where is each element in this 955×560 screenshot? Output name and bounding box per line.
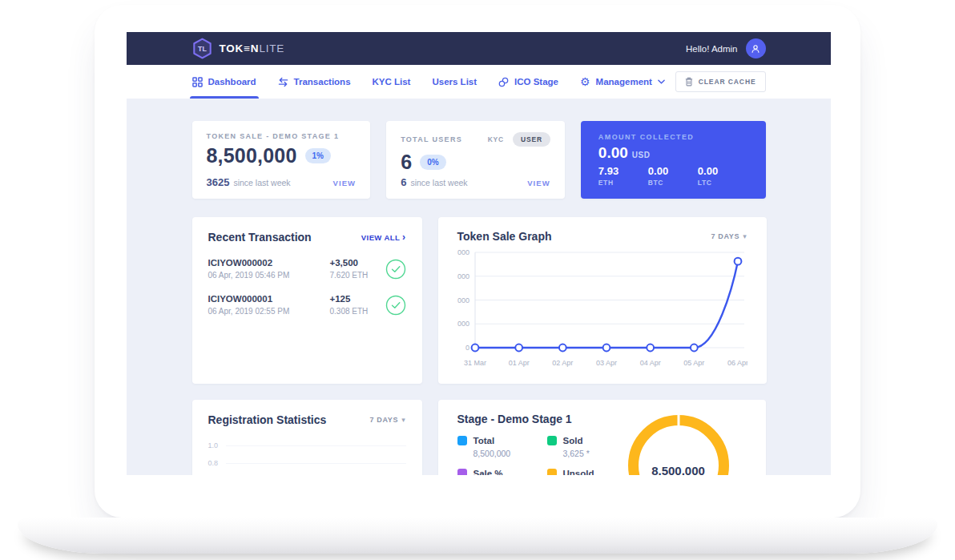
trash-icon [685, 77, 693, 87]
svg-text:0: 0 [465, 344, 469, 352]
nav-label: ICO Stage [514, 77, 558, 87]
nav-item-management[interactable]: Management [580, 65, 665, 99]
nav-label: Management [596, 77, 652, 87]
kyc-user-toggle: KYC USER [488, 132, 550, 147]
amount-breakdown: 7.93 ETH 0.00 BTC 0.00 LTC [598, 165, 748, 187]
card-title: Registration Statistics [208, 413, 327, 426]
axis-tick: 1.0 [208, 441, 226, 449]
breakdown-btc: 0.00 BTC [648, 165, 698, 187]
toggle-kyc[interactable]: KYC [488, 135, 504, 143]
nav-item-ico-stage[interactable]: ICO Stage [498, 65, 558, 99]
card-title: AMOUNT COLLECTED [598, 133, 748, 141]
nav-item-kyc-list[interactable]: KYC List [373, 65, 411, 99]
legend-swatch [457, 469, 467, 475]
svg-text:4000: 4000 [457, 248, 469, 256]
period-dropdown[interactable]: 7 DAYS [369, 416, 405, 424]
legend-item-sale-pct: Sale % [457, 469, 547, 475]
laptop-screen: TL TOK≡NLITE Hello! Admin [95, 5, 860, 518]
person-icon [751, 44, 760, 54]
tx-crypto-amount: 7.620 ETH [330, 271, 385, 280]
main-nav: Dashboard Transactions KYC List [127, 65, 831, 99]
delta-label: since last week [410, 178, 467, 187]
nav-label: Dashboard [208, 77, 256, 87]
exchange-icon [278, 77, 288, 87]
breakdown-eth: 7.93 ETH [598, 165, 648, 187]
tx-id: ICIYOW000001 [208, 294, 330, 304]
coins-icon [498, 77, 509, 87]
svg-text:06 Apr: 06 Apr [727, 359, 747, 367]
token-sale-card: TOKEN SALE - DEMO STAGE 1 8,500,000 1% 3… [192, 121, 371, 199]
brand-logo[interactable]: TL TOK≡NLITE [192, 38, 285, 59]
topbar: TL TOK≡NLITE Hello! Admin [127, 32, 831, 65]
delta-value: 6 [401, 176, 406, 188]
svg-text:04 Apr: 04 Apr [639, 359, 660, 367]
tx-id: ICIYOW000002 [208, 258, 330, 268]
svg-text:31 Mar: 31 Mar [463, 359, 486, 367]
transaction-row: ICIYOW000002 06 Apr, 2019 05:46 PM +3,50… [208, 258, 406, 280]
chevron-right-icon [402, 232, 405, 242]
legend-item-sold: Sold 3,625 * [547, 436, 637, 458]
token-sale-badge: 1% [305, 148, 331, 163]
amount-usd-currency: USD [632, 151, 651, 159]
legend-item-total: Total 8,500,000 [457, 436, 547, 458]
tx-amount: +125 [330, 294, 385, 304]
chevron-down-icon [658, 79, 665, 84]
clear-cache-button[interactable]: CLEAR CACHE [675, 71, 766, 92]
nav-item-dashboard[interactable]: Dashboard [192, 65, 256, 99]
dashboard-app: TL TOK≡NLITE Hello! Admin [127, 32, 831, 475]
svg-text:02 Apr: 02 Apr [552, 359, 573, 367]
user-avatar[interactable] [746, 38, 766, 58]
view-all-link[interactable]: VIEW ALL [361, 232, 406, 242]
donut-center-value: 8,500,000 [651, 464, 705, 475]
card-title: Token Sale Graph [457, 230, 552, 243]
laptop-base [18, 518, 937, 554]
check-circle-icon [385, 259, 406, 280]
greeting-text: Hello! Admin [686, 44, 738, 54]
svg-text:1000: 1000 [457, 320, 469, 328]
nav-label: KYC List [373, 77, 411, 87]
nav-item-transactions[interactable]: Transactions [278, 65, 351, 99]
svg-text:TL: TL [198, 45, 207, 53]
delta-label: since last week [233, 178, 290, 187]
view-link[interactable]: VIEW [527, 179, 550, 187]
registration-chart-axis: 1.0 0.8 0.6 [208, 437, 406, 475]
legend-swatch [547, 469, 557, 475]
breakdown-ltc: 0.00 LTC [698, 165, 747, 187]
svg-text:05 Apr: 05 Apr [683, 359, 704, 367]
token-sale-graph-card: Token Sale Graph 7 DAYS 0100020003000400… [438, 217, 767, 384]
brand-name: TOK≡NLITE [220, 42, 285, 54]
delta-value: 3625 [207, 176, 230, 188]
gear-icon [580, 76, 590, 87]
period-dropdown[interactable]: 7 DAYS [711, 232, 747, 240]
legend-swatch [547, 436, 557, 445]
svg-text:2000: 2000 [457, 296, 469, 304]
amount-usd-value: 0.00 [598, 144, 628, 162]
caret-down-icon [401, 416, 405, 424]
registration-statistics-card: Registration Statistics 7 DAYS 1.0 0.8 0… [192, 400, 422, 475]
view-link[interactable]: VIEW [332, 179, 356, 187]
legend-item-unsold: Unsold [547, 469, 637, 475]
toggle-user[interactable]: USER [513, 132, 550, 147]
total-users-badge: 0% [420, 155, 445, 170]
nav-item-users-list[interactable]: Users List [432, 65, 477, 99]
tx-crypto-amount: 0.308 ETH [330, 307, 385, 316]
token-sale-value: 8,500,000 [207, 144, 297, 167]
clear-cache-label: CLEAR CACHE [699, 78, 756, 86]
token-sale-graph-svg: 0100020003000400031 Mar01 Apr02 Apr03 Ap… [457, 248, 747, 374]
nav-label: Users List [432, 77, 477, 87]
card-title: TOTAL USERS [401, 135, 462, 143]
recent-transactions-card: Recent Transaction VIEW ALL ICIYOW000002… [192, 217, 422, 384]
nav-label: Transactions [294, 77, 351, 87]
brand-hexagon-icon: TL [192, 38, 212, 59]
svg-text:03 Apr: 03 Apr [595, 359, 616, 367]
total-users-card: TOTAL USERS KYC USER 6 0% [386, 121, 565, 199]
axis-tick: 0.8 [208, 459, 226, 467]
amount-collected-card: AMOUNT COLLECTED 0.00 USD 7.93 ETH [581, 121, 766, 199]
stage-donut-card: Stage - Demo Stage 1 Total 8,500,000 Sol… [438, 400, 766, 475]
stage-donut-chart: 8,500,000 TLE [628, 415, 729, 475]
transaction-row: ICIYOW000001 06 Apr, 2019 02:55 PM +125 … [208, 294, 406, 316]
tx-amount: +3,500 [330, 258, 385, 268]
svg-text:3000: 3000 [457, 272, 469, 280]
tx-date: 06 Apr, 2019 05:46 PM [208, 271, 330, 280]
caret-down-icon [743, 232, 747, 240]
